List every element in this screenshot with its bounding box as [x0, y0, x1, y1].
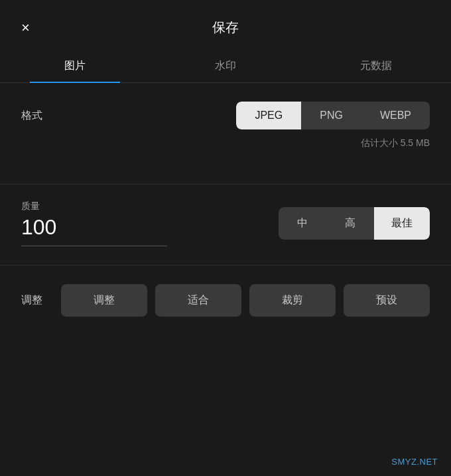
tab-bar: 图片 水印 元数据	[0, 50, 451, 83]
watermark-text: SMYZ.NET	[391, 457, 438, 467]
adjust-adjust-button[interactable]: 调整	[61, 284, 147, 317]
quality-left: 质量 100	[21, 200, 167, 246]
quality-underline	[21, 246, 167, 246]
adjust-label: 调整	[21, 293, 48, 307]
quality-best-button[interactable]: 最佳	[374, 207, 430, 240]
quality-row: 质量 100 中 高 最佳	[21, 200, 430, 246]
adjust-section: 调整 调整 适合 裁剪 预设	[0, 266, 451, 335]
format-section: 格式 JPEG PNG WEBP 估计大小 5.5 MB	[0, 83, 451, 185]
format-button-group: JPEG PNG WEBP	[236, 102, 430, 129]
adjust-row: 调整 调整 适合 裁剪 预设	[21, 284, 430, 317]
page-title: 保存	[212, 19, 239, 37]
size-estimate: 估计大小 5.5 MB	[21, 137, 430, 149]
quality-medium-button[interactable]: 中	[279, 207, 326, 240]
adjust-crop-button[interactable]: 裁剪	[249, 284, 336, 317]
quality-section: 质量 100 中 高 最佳	[0, 185, 451, 266]
tab-watermark[interactable]: 水印	[151, 50, 301, 82]
format-label: 格式	[21, 109, 42, 123]
format-webp-button[interactable]: WEBP	[361, 102, 430, 129]
format-jpeg-button[interactable]: JPEG	[236, 102, 301, 129]
header: × 保存	[0, 0, 451, 50]
quality-label: 质量	[21, 200, 167, 212]
tab-image[interactable]: 图片	[0, 50, 151, 82]
format-png-button[interactable]: PNG	[301, 102, 361, 129]
tab-metadata[interactable]: 元数据	[300, 50, 451, 82]
adjust-preset-button[interactable]: 预设	[344, 284, 430, 317]
quality-button-group: 中 高 最佳	[279, 207, 430, 240]
adjust-fit-button[interactable]: 适合	[155, 284, 241, 317]
quality-high-button[interactable]: 高	[326, 207, 374, 240]
close-button[interactable]: ×	[21, 21, 30, 35]
quality-value: 100	[21, 216, 167, 238]
format-row: 格式 JPEG PNG WEBP	[21, 102, 430, 129]
